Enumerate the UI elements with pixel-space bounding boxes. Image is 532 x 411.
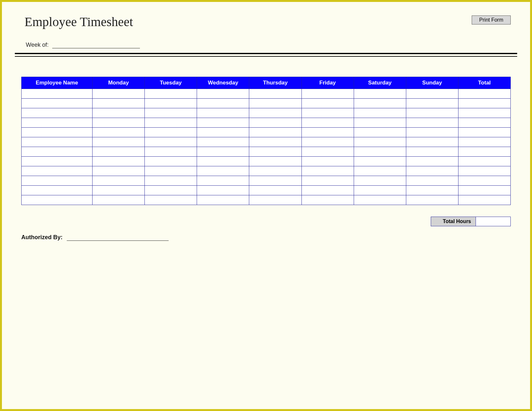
table-cell[interactable] (249, 89, 301, 99)
table-cell[interactable] (93, 89, 145, 99)
table-cell[interactable] (145, 99, 197, 108)
table-cell[interactable] (197, 186, 249, 195)
table-cell[interactable] (458, 128, 510, 137)
total-hours-value[interactable] (476, 217, 511, 226)
table-cell[interactable] (22, 195, 93, 205)
table-cell[interactable] (22, 176, 93, 186)
table-cell[interactable] (197, 157, 249, 166)
table-cell[interactable] (249, 128, 301, 137)
table-cell[interactable] (301, 118, 354, 128)
table-cell[interactable] (145, 186, 197, 195)
table-cell[interactable] (93, 195, 145, 205)
table-cell[interactable] (406, 108, 458, 118)
table-cell[interactable] (354, 147, 406, 157)
table-cell[interactable] (406, 186, 458, 195)
table-cell[interactable] (354, 137, 406, 147)
table-cell[interactable] (22, 118, 93, 128)
table-cell[interactable] (406, 89, 458, 99)
table-cell[interactable] (301, 186, 354, 195)
table-cell[interactable] (406, 176, 458, 186)
table-cell[interactable] (406, 128, 458, 137)
table-cell[interactable] (458, 99, 510, 108)
table-cell[interactable] (458, 108, 510, 118)
table-cell[interactable] (458, 147, 510, 157)
table-cell[interactable] (249, 118, 301, 128)
table-cell[interactable] (93, 176, 145, 186)
table-cell[interactable] (354, 176, 406, 186)
table-cell[interactable] (249, 176, 301, 186)
table-cell[interactable] (301, 99, 354, 108)
table-cell[interactable] (354, 89, 406, 99)
table-cell[interactable] (301, 108, 354, 118)
table-cell[interactable] (354, 166, 406, 176)
table-cell[interactable] (301, 166, 354, 176)
table-cell[interactable] (301, 157, 354, 166)
table-cell[interactable] (458, 89, 510, 99)
table-cell[interactable] (458, 118, 510, 128)
table-cell[interactable] (145, 157, 197, 166)
table-cell[interactable] (301, 137, 354, 147)
table-cell[interactable] (22, 137, 93, 147)
table-cell[interactable] (22, 128, 93, 137)
table-cell[interactable] (249, 108, 301, 118)
table-cell[interactable] (197, 128, 249, 137)
table-cell[interactable] (22, 108, 93, 118)
week-of-input[interactable] (52, 43, 140, 48)
table-cell[interactable] (93, 128, 145, 137)
table-cell[interactable] (93, 108, 145, 118)
table-cell[interactable] (22, 166, 93, 176)
table-cell[interactable] (301, 147, 354, 157)
table-cell[interactable] (458, 137, 510, 147)
table-cell[interactable] (197, 99, 249, 108)
table-cell[interactable] (249, 137, 301, 147)
table-cell[interactable] (93, 186, 145, 195)
table-cell[interactable] (197, 166, 249, 176)
table-cell[interactable] (354, 195, 406, 205)
table-cell[interactable] (197, 195, 249, 205)
table-cell[interactable] (93, 137, 145, 147)
table-cell[interactable] (197, 118, 249, 128)
table-cell[interactable] (249, 195, 301, 205)
table-cell[interactable] (22, 147, 93, 157)
table-cell[interactable] (249, 166, 301, 176)
table-cell[interactable] (249, 186, 301, 195)
table-cell[interactable] (197, 89, 249, 99)
table-cell[interactable] (249, 147, 301, 157)
table-cell[interactable] (406, 99, 458, 108)
table-cell[interactable] (93, 166, 145, 176)
table-cell[interactable] (22, 157, 93, 166)
table-cell[interactable] (145, 137, 197, 147)
table-cell[interactable] (406, 195, 458, 205)
table-cell[interactable] (197, 137, 249, 147)
table-cell[interactable] (93, 147, 145, 157)
table-cell[interactable] (22, 89, 93, 99)
table-cell[interactable] (22, 99, 93, 108)
table-cell[interactable] (458, 195, 510, 205)
table-cell[interactable] (354, 157, 406, 166)
table-cell[interactable] (301, 195, 354, 205)
table-cell[interactable] (406, 157, 458, 166)
table-cell[interactable] (301, 176, 354, 186)
table-cell[interactable] (406, 147, 458, 157)
table-cell[interactable] (354, 118, 406, 128)
table-cell[interactable] (249, 157, 301, 166)
table-cell[interactable] (145, 195, 197, 205)
table-cell[interactable] (354, 128, 406, 137)
table-cell[interactable] (249, 99, 301, 108)
table-cell[interactable] (458, 186, 510, 195)
table-cell[interactable] (354, 186, 406, 195)
table-cell[interactable] (197, 147, 249, 157)
table-cell[interactable] (197, 176, 249, 186)
table-cell[interactable] (354, 108, 406, 118)
table-cell[interactable] (93, 99, 145, 108)
table-cell[interactable] (145, 118, 197, 128)
table-cell[interactable] (458, 166, 510, 176)
table-cell[interactable] (145, 89, 197, 99)
table-cell[interactable] (406, 166, 458, 176)
table-cell[interactable] (145, 108, 197, 118)
table-cell[interactable] (93, 157, 145, 166)
table-cell[interactable] (145, 166, 197, 176)
table-cell[interactable] (458, 157, 510, 166)
table-cell[interactable] (145, 176, 197, 186)
table-cell[interactable] (301, 128, 354, 137)
